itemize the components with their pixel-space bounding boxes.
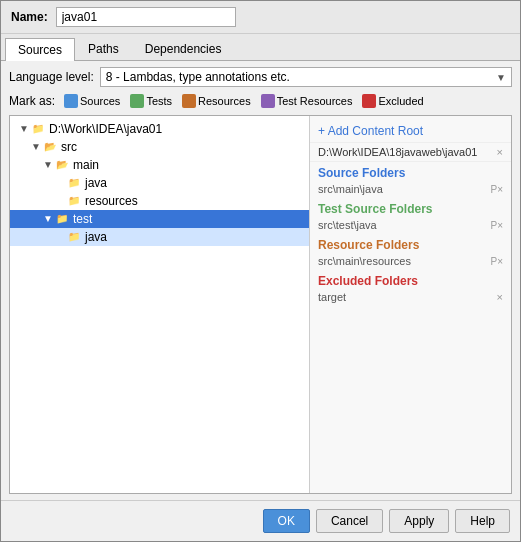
title-bar: Name: [1,1,520,34]
tree-arrow-main: ▼ [42,159,54,171]
tree-arrow-resources [54,195,66,207]
project-structure-dialog: Name: Sources Paths Dependencies Languag… [0,0,521,542]
test-source-folders-title: Test Source Folders [310,198,511,218]
test-java-folder-icon: 📁 [66,229,82,245]
tree-arrow-java [54,177,66,189]
badge-excluded-label: Excluded [378,95,423,107]
tree-label-main: main [73,158,99,172]
tree-item-java[interactable]: 📁 java [10,174,309,192]
tree-item-root[interactable]: ▼ 📁 D:\Work\IDEA\java01 [10,120,309,138]
close-root-icon[interactable]: × [497,146,503,158]
badge-tests-label: Tests [146,95,172,107]
tree-label-test-java: java [85,230,107,244]
java-folder-icon: 📁 [66,175,82,191]
test-source-px-icon[interactable]: P× [490,220,503,231]
main-panels: ▼ 📁 D:\Work\IDEA\java01 ▼ 📂 src ▼ 📂 main [9,115,512,494]
source-px-icon[interactable]: P× [490,184,503,195]
excluded-folders-path: target × [310,290,511,306]
cancel-button[interactable]: Cancel [316,509,383,533]
tree-item-test-java[interactable]: 📁 java [10,228,309,246]
badge-sources-label: Sources [80,95,120,107]
source-folders-title: Source Folders [310,162,511,182]
tree-item-resources[interactable]: 📁 resources [10,192,309,210]
resource-px-icon[interactable]: P× [490,256,503,267]
language-value: 8 - Lambdas, type annotations etc. [106,70,290,84]
mark-as-label: Mark as: [9,94,55,108]
badge-resources-label: Resources [198,95,251,107]
tests-badge-icon [130,94,144,108]
excluded-path-text: target [318,291,346,303]
name-input[interactable] [56,7,236,27]
help-button[interactable]: Help [455,509,510,533]
language-select[interactable]: 8 - Lambdas, type annotations etc. ▼ [100,67,512,87]
add-content-root-label: + Add Content Root [318,124,423,138]
badge-test-resources-label: Test Resources [277,95,353,107]
resource-folders-title: Resource Folders [310,234,511,254]
sources-badge-icon [64,94,78,108]
right-content-panel: + Add Content Root D:\Work\IDEA\18javawe… [310,116,511,493]
tree-arrow-src: ▼ [30,141,42,153]
tree-item-main[interactable]: ▼ 📂 main [10,156,309,174]
ok-button[interactable]: OK [263,509,310,533]
tree-label-test: test [73,212,92,226]
content-root-path: D:\Work\IDEA\18javaweb\java01 × [310,143,511,162]
test-resources-badge-icon [261,94,275,108]
dropdown-arrow-icon: ▼ [496,72,506,83]
badge-resources[interactable]: Resources [179,93,254,109]
test-source-path-text: src\test\java [318,219,377,231]
language-row: Language level: 8 - Lambdas, type annota… [9,67,512,87]
tree-arrow-test: ▼ [42,213,54,225]
badge-test-resources[interactable]: Test Resources [258,93,356,109]
left-tree-panel: ▼ 📁 D:\Work\IDEA\java01 ▼ 📂 src ▼ 📂 main [10,116,310,493]
src-folder-icon: 📂 [42,139,58,155]
source-folders-path: src\main\java P× [310,182,511,198]
tab-dependencies[interactable]: Dependencies [132,37,235,60]
bottom-bar: OK Cancel Apply Help [1,500,520,541]
tree-label-resources: resources [85,194,138,208]
name-label: Name: [11,10,48,24]
excluded-badge-icon [362,94,376,108]
tab-sources[interactable]: Sources [5,38,75,61]
resources-badge-icon [182,94,196,108]
tree-arrow-test-java [54,231,66,243]
test-folder-icon: 📁 [54,211,70,227]
excluded-remove-icon[interactable]: × [497,291,503,303]
badge-sources[interactable]: Sources [61,93,123,109]
module-icon: 📁 [30,121,46,137]
tree-label-root: D:\Work\IDEA\java01 [49,122,162,136]
root-path-text: D:\Work\IDEA\18javaweb\java01 [318,146,477,158]
tabs-bar: Sources Paths Dependencies [1,34,520,61]
source-path-text: src\main\java [318,183,383,195]
resources-folder-icon: 📁 [66,193,82,209]
add-content-root-button[interactable]: + Add Content Root [310,120,511,143]
tree-item-src[interactable]: ▼ 📂 src [10,138,309,156]
language-label: Language level: [9,70,94,84]
badge-excluded[interactable]: Excluded [359,93,426,109]
main-folder-icon: 📂 [54,157,70,173]
resource-folders-path: src\main\resources P× [310,254,511,270]
test-source-folders-path: src\test\java P× [310,218,511,234]
tab-paths[interactable]: Paths [75,37,132,60]
resource-path-text: src\main\resources [318,255,411,267]
tree-label-src: src [61,140,77,154]
apply-button[interactable]: Apply [389,509,449,533]
badge-tests[interactable]: Tests [127,93,175,109]
mark-as-row: Mark as: Sources Tests Resources Test Re… [9,93,512,109]
excluded-folders-title: Excluded Folders [310,270,511,290]
tree-arrow-root: ▼ [18,123,30,135]
tree-item-test[interactable]: ▼ 📁 test [10,210,309,228]
content-area: Language level: 8 - Lambdas, type annota… [1,61,520,500]
tree-label-java: java [85,176,107,190]
